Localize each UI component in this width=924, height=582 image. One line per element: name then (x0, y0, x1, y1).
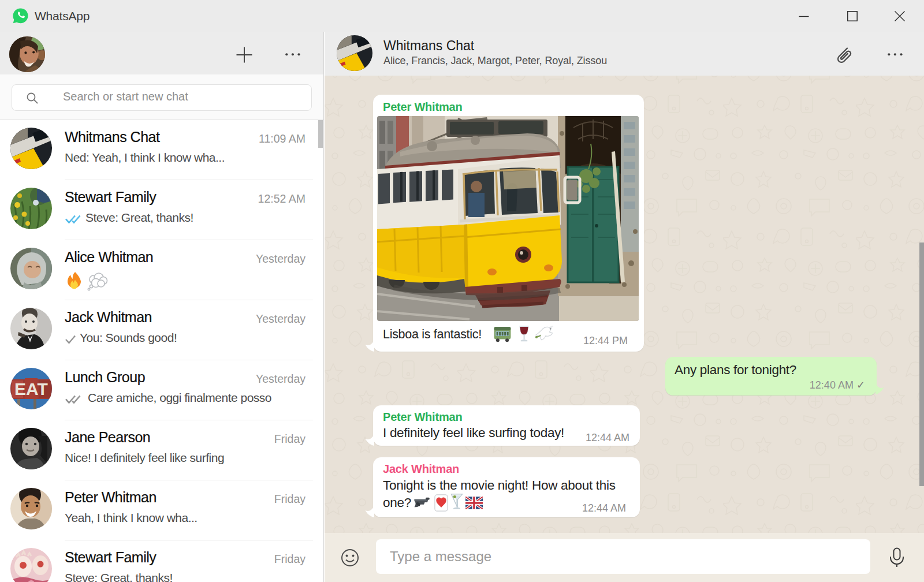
svg-text:EAT: EAT (14, 379, 48, 398)
